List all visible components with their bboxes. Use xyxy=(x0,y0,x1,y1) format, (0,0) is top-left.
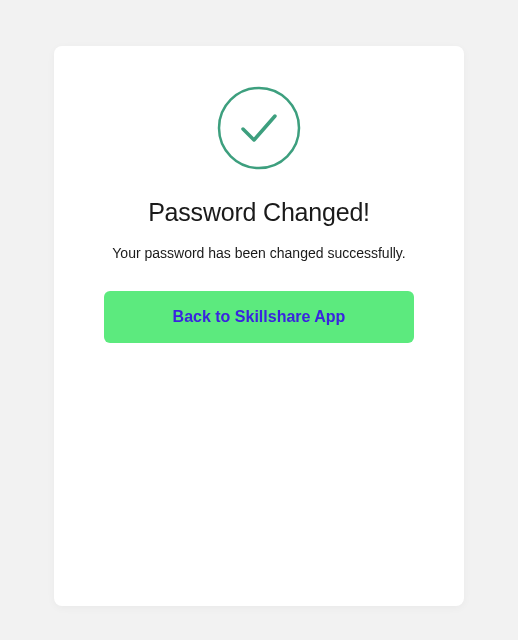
confirmation-title: Password Changed! xyxy=(148,198,370,227)
confirmation-card: Password Changed! Your password has been… xyxy=(54,46,464,606)
confirmation-subtitle: Your password has been changed successfu… xyxy=(112,245,405,261)
checkmark-circle-icon xyxy=(217,86,301,170)
back-to-app-button[interactable]: Back to Skillshare App xyxy=(104,291,414,343)
svg-point-0 xyxy=(219,88,299,168)
